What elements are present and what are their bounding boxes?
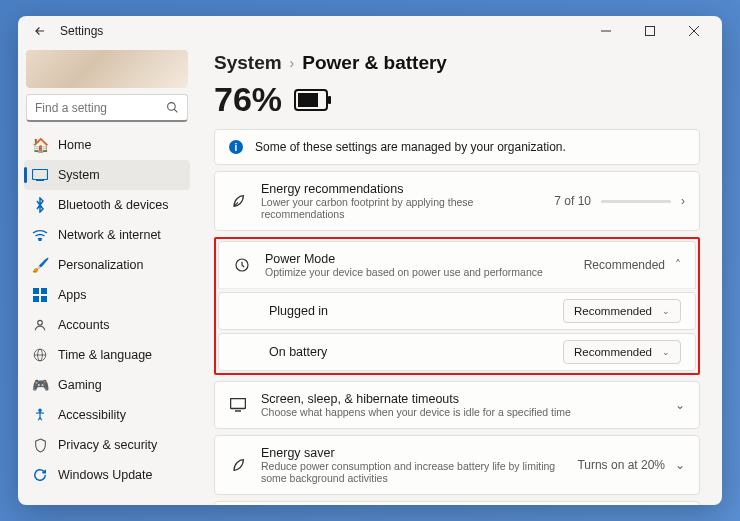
org-managed-banner: i Some of these settings are managed by … <box>214 129 700 165</box>
bluetooth-icon <box>32 197 48 213</box>
sidebar-item-label: Home <box>58 138 91 152</box>
energy-saver-card[interactable]: Energy saver Reduce power consumption an… <box>214 435 700 495</box>
card-title: Screen, sleep, & hibernate timeouts <box>261 392 661 406</box>
sidebar-item-network[interactable]: Network & internet <box>24 220 190 250</box>
back-button[interactable] <box>32 23 48 39</box>
banner-text: Some of these settings are managed by yo… <box>255 140 566 154</box>
sidebar-item-label: Apps <box>58 288 87 302</box>
sidebar-item-label: Time & language <box>58 348 152 362</box>
battery-usage-card[interactable]: Battery usage ⌄ <box>214 501 700 505</box>
accessibility-icon <box>32 407 48 423</box>
chevron-down-icon: ⌄ <box>662 347 670 357</box>
close-button[interactable] <box>672 16 716 46</box>
chevron-down-icon: ⌄ <box>675 458 685 472</box>
window-title: Settings <box>60 24 103 38</box>
energy-count: 7 of 10 <box>554 194 591 208</box>
svg-rect-22 <box>231 399 246 409</box>
screen-icon <box>229 398 247 412</box>
battery-icon <box>294 89 332 111</box>
card-title: Energy saver <box>261 446 563 460</box>
sidebar-item-apps[interactable]: Apps <box>24 280 190 310</box>
breadcrumb-parent[interactable]: System <box>214 52 282 74</box>
chevron-right-icon: › <box>681 194 685 208</box>
search-icon <box>166 101 179 114</box>
search-input[interactable] <box>35 101 159 115</box>
dropdown-value: Recommended <box>574 346 652 358</box>
info-icon: i <box>229 140 243 154</box>
energy-recommendations-card[interactable]: Energy recommendations Lower your carbon… <box>214 171 700 231</box>
sidebar-item-gaming[interactable]: 🎮 Gaming <box>24 370 190 400</box>
dropdown-value: Recommended <box>574 305 652 317</box>
sidebar-item-label: Gaming <box>58 378 102 392</box>
svg-line-5 <box>174 109 177 112</box>
sidebar-item-update[interactable]: Windows Update <box>24 460 190 490</box>
sidebar-item-personalization[interactable]: 🖌️ Personalization <box>24 250 190 280</box>
power-mode-icon <box>233 257 251 273</box>
power-mode-card[interactable]: Power Mode Optimize your device based on… <box>218 241 696 289</box>
gaming-icon: 🎮 <box>32 377 48 393</box>
svg-rect-20 <box>298 93 318 107</box>
on-battery-dropdown[interactable]: Recommended ⌄ <box>563 340 681 364</box>
card-subtitle: Lower your carbon footprint by applying … <box>261 196 540 220</box>
sidebar-item-home[interactable]: 🏠 Home <box>24 130 190 160</box>
on-battery-row: On battery Recommended ⌄ <box>218 333 696 371</box>
sidebar-item-time[interactable]: Time & language <box>24 340 190 370</box>
chevron-right-icon: › <box>290 55 295 71</box>
sidebar-item-label: Personalization <box>58 258 143 272</box>
sidebar-item-label: Windows Update <box>58 468 153 482</box>
globe-icon <box>32 347 48 363</box>
plugged-in-row: Plugged in Recommended ⌄ <box>218 292 696 330</box>
card-subtitle: Reduce power consumption and increase ba… <box>261 460 563 484</box>
chevron-down-icon: ⌄ <box>662 306 670 316</box>
svg-rect-12 <box>41 296 47 302</box>
leaf-icon <box>229 457 247 473</box>
chevron-up-icon: ˄ <box>675 258 681 272</box>
chevron-down-icon: ⌄ <box>675 398 685 412</box>
apps-icon <box>32 287 48 303</box>
sleep-timeouts-card[interactable]: Screen, sleep, & hibernate timeouts Choo… <box>214 381 700 429</box>
sidebar-item-label: System <box>58 168 100 182</box>
energy-progress <box>601 200 671 203</box>
system-icon <box>32 167 48 183</box>
sidebar-item-accounts[interactable]: Accounts <box>24 310 190 340</box>
sidebar-item-label: Network & internet <box>58 228 161 242</box>
svg-rect-10 <box>41 288 47 294</box>
sidebar-item-system[interactable]: System <box>24 160 190 190</box>
brush-icon: 🖌️ <box>32 257 48 273</box>
svg-rect-9 <box>33 288 39 294</box>
svg-rect-6 <box>33 170 48 180</box>
saver-status: Turns on at 20% <box>577 458 665 472</box>
sidebar-item-privacy[interactable]: Privacy & security <box>24 430 190 460</box>
leaf-icon <box>229 193 247 209</box>
person-icon <box>32 317 48 333</box>
battery-status: 76% <box>214 80 704 119</box>
card-title: Power Mode <box>265 252 570 266</box>
breadcrumb: System › Power & battery <box>214 52 704 74</box>
plugged-label: Plugged in <box>269 304 563 318</box>
shield-icon <box>32 437 48 453</box>
maximize-button[interactable] <box>628 16 672 46</box>
search-box[interactable] <box>26 94 188 122</box>
power-mode-highlight: Power Mode Optimize your device based on… <box>214 237 700 375</box>
titlebar: Settings <box>18 16 722 46</box>
minimize-button[interactable] <box>584 16 628 46</box>
profile-banner[interactable] <box>26 50 188 88</box>
sidebar-item-label: Accessibility <box>58 408 126 422</box>
home-icon: 🏠 <box>32 137 48 153</box>
svg-point-17 <box>39 409 41 411</box>
settings-window: Settings 🏠 Home <box>18 16 722 505</box>
card-subtitle: Optimize your device based on power use … <box>265 266 570 278</box>
sidebar-item-label: Privacy & security <box>58 438 157 452</box>
wifi-icon <box>32 227 48 243</box>
sidebar-item-label: Bluetooth & devices <box>58 198 169 212</box>
svg-point-13 <box>38 320 43 325</box>
sidebar-item-bluetooth[interactable]: Bluetooth & devices <box>24 190 190 220</box>
main-content: System › Power & battery 76% i Some of t… <box>196 46 722 505</box>
plugged-in-dropdown[interactable]: Recommended ⌄ <box>563 299 681 323</box>
breadcrumb-current: Power & battery <box>302 52 447 74</box>
sidebar-item-label: Accounts <box>58 318 109 332</box>
card-title: Energy recommendations <box>261 182 540 196</box>
battery-percent: 76% <box>214 80 282 119</box>
battery-label: On battery <box>269 345 563 359</box>
sidebar-item-accessibility[interactable]: Accessibility <box>24 400 190 430</box>
